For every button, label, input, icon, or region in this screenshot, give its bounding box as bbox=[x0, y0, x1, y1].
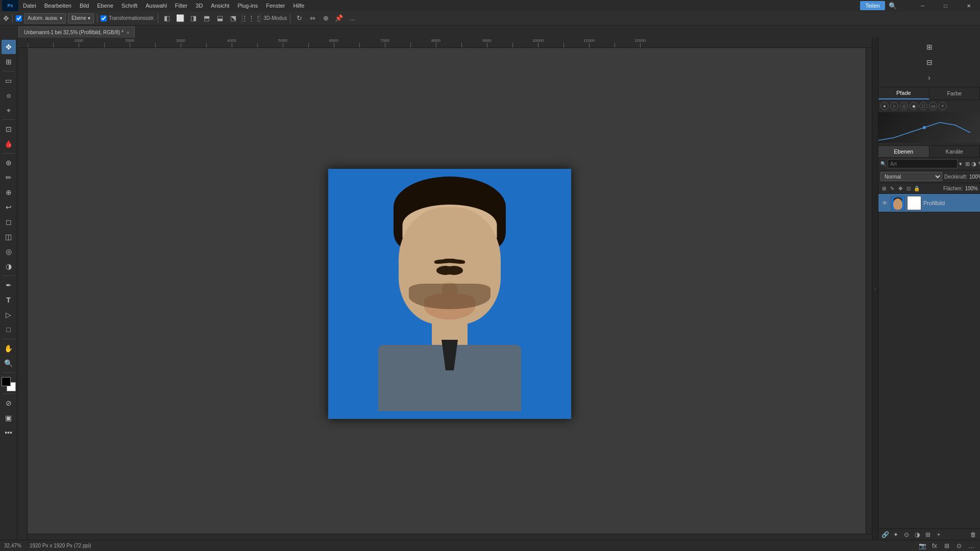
path-select-tool[interactable]: ▷ bbox=[2, 308, 16, 322]
search-button[interactable]: 🔍 bbox=[887, 0, 898, 11]
foreground-color-swatch[interactable] bbox=[2, 377, 11, 386]
panel-layers-icon[interactable]: ⊞ bbox=[922, 40, 937, 54]
blur-tool[interactable]: ◎ bbox=[2, 244, 16, 259]
auto-select-dropdown[interactable]: Autom. ausw. ▾ bbox=[24, 13, 66, 23]
clone-stamp-tool[interactable]: ⊕ bbox=[2, 185, 16, 199]
layers-new-group-btn[interactable]: ⊞ bbox=[965, 159, 970, 168]
distribute-btn[interactable]: ⋮⋮⋮ bbox=[246, 13, 257, 23]
lock-transparent-btn[interactable]: ⊞ bbox=[880, 185, 888, 192]
move-tool[interactable]: ✥ bbox=[2, 40, 16, 54]
tab-ebenen[interactable]: Ebenen bbox=[878, 146, 929, 157]
lock-pixels-btn[interactable]: ✎ bbox=[889, 185, 896, 192]
hand-tool[interactable]: ✋ bbox=[2, 341, 16, 356]
layers-search-input[interactable] bbox=[888, 159, 958, 168]
delete-layer-btn[interactable]: 🗑 bbox=[969, 530, 978, 539]
new-adjustment-btn[interactable]: ◑ bbox=[913, 530, 922, 539]
transform-3d-btn[interactable]: ⊕ bbox=[320, 13, 331, 23]
menu-hilfe[interactable]: Hilfe bbox=[289, 2, 308, 10]
close-button[interactable]: ✕ bbox=[957, 0, 980, 11]
new-group-btn[interactable]: ⊞ bbox=[923, 530, 933, 539]
lock-artboard-btn[interactable]: ⊡ bbox=[905, 185, 912, 192]
status-camera-btn[interactable]: 📷 bbox=[918, 541, 927, 550]
opacity-value[interactable]: 100% bbox=[969, 174, 980, 180]
eraser-tool[interactable]: ◻ bbox=[2, 215, 16, 229]
gradient-tool[interactable]: ◫ bbox=[2, 230, 16, 244]
doc-tab-close[interactable]: × bbox=[127, 30, 129, 35]
menu-plugins[interactable]: Plug-ins bbox=[234, 2, 261, 10]
document-tab[interactable]: Unbenannt-1 bei 32,5% (Profilbild, RGB/8… bbox=[18, 27, 135, 38]
align-bottom-btn[interactable]: ⬔ bbox=[228, 13, 239, 23]
tab-pfade[interactable]: Pfade bbox=[878, 87, 929, 99]
curve-circle-icon[interactable]: ● bbox=[880, 102, 889, 110]
lasso-tool[interactable]: ⌾ bbox=[2, 88, 16, 103]
layers-edit-btn[interactable]: ✎ bbox=[978, 159, 980, 168]
tab-kanaele[interactable]: Kanäle bbox=[929, 146, 981, 157]
select-rect-tool[interactable]: ▭ bbox=[2, 73, 16, 88]
tab-farbe[interactable]: Farbe bbox=[929, 87, 981, 99]
link-layers-btn[interactable]: 🔗 bbox=[880, 530, 890, 539]
share-button[interactable]: Teilen bbox=[860, 1, 885, 10]
color-swatches[interactable] bbox=[2, 377, 16, 391]
artboard-tool[interactable]: ⊞ bbox=[2, 55, 16, 69]
curve-fill-icon[interactable]: ◆ bbox=[910, 102, 918, 110]
screen-mode-btn[interactable]: ▣ bbox=[2, 411, 16, 425]
layer-profilbild[interactable]: 👁 Profilbild bbox=[878, 194, 980, 212]
menu-3d[interactable]: 3D bbox=[192, 2, 206, 10]
layer-visibility-toggle[interactable]: 👁 bbox=[880, 199, 889, 207]
menu-schrift[interactable]: Schrift bbox=[118, 2, 141, 10]
align-center-v-btn[interactable]: ⬓ bbox=[214, 13, 226, 23]
menu-ansicht[interactable]: Ansicht bbox=[207, 2, 233, 10]
quick-mask-btn[interactable]: ⊘ bbox=[2, 396, 16, 410]
extra-tools-btn[interactable]: ••• bbox=[2, 425, 16, 440]
align-center-h-btn[interactable]: ⬜ bbox=[175, 13, 186, 23]
layers-new-fill-btn[interactable]: ◑ bbox=[971, 159, 976, 168]
status-more-btn[interactable]: … bbox=[967, 541, 976, 550]
zoom-tool[interactable]: 🔍 bbox=[2, 356, 16, 370]
curve-rect-icon[interactable]: □ bbox=[919, 102, 927, 110]
minimize-button[interactable]: ─ bbox=[911, 0, 934, 11]
curve-rect2-icon[interactable]: ▭ bbox=[929, 102, 937, 110]
brush-tool[interactable]: ✏ bbox=[2, 170, 16, 185]
lock-position-btn[interactable]: ✥ bbox=[897, 185, 904, 192]
panel-collapse-right-icon[interactable]: › bbox=[922, 70, 937, 85]
menu-bild[interactable]: Bild bbox=[76, 2, 92, 10]
transform-pin-btn[interactable]: 📌 bbox=[333, 13, 345, 23]
transform-flip-btn[interactable]: ⇔ bbox=[307, 13, 318, 23]
text-tool[interactable]: T bbox=[2, 293, 16, 307]
blend-mode-select[interactable]: Normal Auflösen Abdunkeln Multiplizieren… bbox=[880, 172, 942, 181]
menu-ebene[interactable]: Ebene bbox=[93, 2, 117, 10]
align-left-btn[interactable]: ◧ bbox=[161, 13, 173, 23]
panel-adjust-icon[interactable]: ⊟ bbox=[922, 55, 937, 69]
spot-heal-tool[interactable]: ⊛ bbox=[2, 156, 16, 170]
layers-type-dropdown[interactable]: ▾ bbox=[959, 159, 962, 168]
dodge-tool[interactable]: ◑ bbox=[2, 259, 16, 273]
maximize-button[interactable]: □ bbox=[934, 0, 957, 11]
vertical-scrollbar[interactable] bbox=[866, 48, 872, 534]
eyedropper-tool[interactable]: 🩸 bbox=[2, 137, 16, 151]
menu-datei[interactable]: Datei bbox=[19, 2, 40, 10]
new-layer-btn[interactable]: + bbox=[934, 530, 943, 539]
document-canvas[interactable] bbox=[28, 48, 872, 540]
status-fx-btn[interactable]: fx bbox=[930, 541, 939, 550]
auto-select-checkbox[interactable] bbox=[16, 15, 22, 21]
app-logo[interactable]: Ps bbox=[2, 0, 18, 11]
horizontal-scrollbar[interactable] bbox=[28, 534, 872, 540]
menu-bearbeiten[interactable]: Bearbeiten bbox=[41, 2, 75, 10]
align-top-btn[interactable]: ⬒ bbox=[201, 13, 212, 23]
menu-auswahl[interactable]: Auswahl bbox=[142, 2, 170, 10]
menu-filter[interactable]: Filter bbox=[172, 2, 191, 10]
menu-fenster[interactable]: Fenster bbox=[262, 2, 288, 10]
status-mask-btn[interactable]: ⊙ bbox=[954, 541, 964, 550]
add-style-btn[interactable]: ✦ bbox=[891, 530, 900, 539]
curve-plus-icon[interactable]: + bbox=[939, 102, 947, 110]
fill-value[interactable]: 100% bbox=[965, 186, 978, 191]
layer-dropdown-btn[interactable]: Ebene ▾ bbox=[68, 13, 94, 23]
align-right-btn[interactable]: ◨ bbox=[188, 13, 199, 23]
curve-diamond-icon[interactable]: ◇ bbox=[900, 102, 908, 110]
crop-tool[interactable]: ⊡ bbox=[2, 122, 16, 136]
transform-more-btn[interactable]: ... bbox=[347, 13, 358, 23]
transform-rot-btn[interactable]: ↻ bbox=[293, 13, 305, 23]
add-mask-btn[interactable]: ⊙ bbox=[902, 530, 911, 539]
status-layer-btn[interactable]: ⊞ bbox=[942, 541, 951, 550]
transform-checkbox[interactable] bbox=[101, 15, 107, 21]
